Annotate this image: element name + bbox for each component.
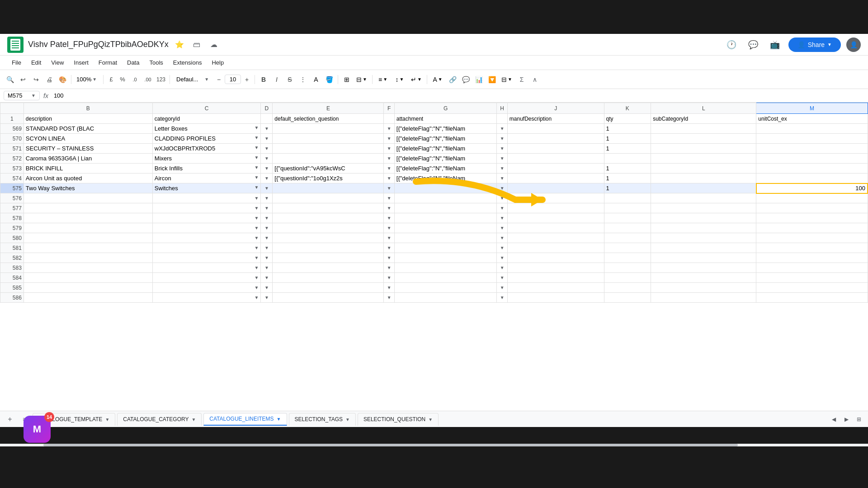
data-cell[interactable] (651, 233, 756, 243)
data-cell[interactable]: ▼ (497, 293, 507, 303)
data-cell[interactable]: ▼ (261, 213, 273, 223)
font-color-btn2[interactable]: A▼ (429, 73, 446, 86)
data-cell[interactable] (756, 263, 868, 273)
data-cell[interactable]: ▼ (261, 223, 273, 233)
present-icon[interactable]: 📺 (767, 37, 783, 53)
formula-input[interactable]: 100 (52, 91, 864, 100)
tab-nav-right[interactable]: ▶ (841, 414, 852, 425)
data-cell[interactable] (273, 253, 384, 263)
data-cell[interactable] (651, 164, 756, 174)
data-cell[interactable] (273, 223, 384, 233)
data-cell[interactable]: ▼ (384, 193, 394, 203)
data-cell[interactable] (651, 253, 756, 263)
data-cell[interactable] (651, 283, 756, 293)
data-cell[interactable]: ▼ (261, 154, 273, 164)
data-cell[interactable] (651, 183, 756, 193)
col-header-G[interactable]: G (394, 103, 497, 114)
data-cell[interactable]: ▼ (152, 273, 261, 283)
data-cell[interactable] (24, 293, 152, 303)
tab-catalogue-category-dropdown[interactable]: ▼ (191, 417, 196, 422)
data-cell[interactable]: ▼ (384, 144, 394, 154)
row-header[interactable]: 571 (0, 144, 24, 154)
data-cell[interactable] (507, 273, 604, 283)
data-cell[interactable] (273, 154, 384, 164)
data-cell[interactable]: [{"deleteFlag":"N","fileNam (394, 154, 497, 164)
data-cell[interactable]: Two Way Switches (24, 183, 152, 193)
paint-btn[interactable]: 🎨 (56, 73, 69, 86)
data-cell[interactable]: ▼ (497, 174, 507, 183)
data-cell[interactable] (604, 203, 651, 213)
table-row[interactable]: 571SECURITY – STAINLESSwXJdOCBPRtTXROD5▼… (0, 144, 868, 154)
row-header[interactable]: 570 (0, 134, 24, 144)
functions-btn[interactable]: Σ (515, 73, 528, 86)
data-cell[interactable] (394, 253, 497, 263)
row-header[interactable]: 573 (0, 164, 24, 174)
data-cell[interactable]: ▼ (261, 263, 273, 273)
table-row[interactable]: 573BRICK INFILLBrick Infills▼▼[{"questio… (0, 164, 868, 174)
menu-view[interactable]: View (47, 57, 68, 68)
font-selector[interactable]: Defaul... ▼ (172, 75, 213, 84)
zoom-selector[interactable]: 100% ▼ (74, 75, 101, 84)
data-cell[interactable] (273, 183, 384, 193)
data-cell[interactable]: 100 (756, 183, 868, 193)
data-cell[interactable] (394, 263, 497, 273)
data-cell[interactable]: ▼ (261, 134, 273, 144)
data-cell[interactable] (273, 134, 384, 144)
data-cell[interactable]: ▼ (384, 213, 394, 223)
filter-btn[interactable]: 🔽 (486, 73, 498, 86)
data-cell[interactable]: ▼ (497, 183, 507, 193)
data-cell[interactable]: Aircon Unit as quoted (24, 174, 152, 183)
data-cell[interactable]: ▼ (384, 154, 394, 164)
data-cell[interactable] (507, 253, 604, 263)
col-header-H[interactable]: H (497, 103, 507, 114)
col-header-J[interactable]: J (507, 103, 604, 114)
data-cell[interactable] (604, 263, 651, 273)
row-header[interactable]: 580 (0, 233, 24, 243)
filter-views-btn[interactable]: ⊟▼ (499, 73, 515, 86)
table-row[interactable]: 582▼▼▼▼ (0, 253, 868, 263)
font-increase-btn[interactable]: + (241, 73, 252, 86)
data-cell[interactable]: [{"questionId":"1o0g1Xz2s (273, 174, 384, 183)
data-cell[interactable] (756, 213, 868, 223)
tab-selection-question-dropdown[interactable]: ▼ (428, 417, 433, 422)
row-header[interactable]: 582 (0, 253, 24, 263)
undo-btn[interactable]: ↩ (17, 73, 29, 86)
data-cell[interactable] (756, 193, 868, 203)
merge-btn[interactable]: ⊟▼ (354, 73, 370, 86)
data-cell[interactable] (273, 193, 384, 203)
row-header[interactable]: 575 (0, 183, 24, 193)
tab-selection-question[interactable]: SELECTION_QUESTION ▼ (358, 413, 439, 426)
data-cell[interactable] (24, 273, 152, 283)
table-row[interactable]: 572Caroma 96353G6A | LianMixers▼▼▼[{"del… (0, 154, 868, 164)
data-cell[interactable]: ▼ (152, 213, 261, 223)
data-cell[interactable]: ▼ (497, 233, 507, 243)
row-header[interactable]: 572 (0, 154, 24, 164)
bold-btn[interactable]: B (257, 73, 270, 86)
chart-btn[interactable]: 📊 (472, 73, 485, 86)
tab-nav-left[interactable]: ◀ (828, 414, 839, 425)
avatar[interactable]: 👤 (846, 38, 861, 52)
data-cell[interactable] (507, 124, 604, 134)
data-cell[interactable] (273, 263, 384, 273)
table-row[interactable]: 581▼▼▼▼ (0, 243, 868, 253)
data-cell[interactable] (273, 283, 384, 293)
wrap-btn[interactable]: ↵▼ (408, 73, 425, 86)
data-cell[interactable] (507, 243, 604, 253)
h-align-btn[interactable]: ≡▼ (375, 73, 391, 86)
data-cell[interactable]: [{"deleteFlag":"N","fileNam (394, 174, 497, 183)
data-cell[interactable]: ▼ (152, 243, 261, 253)
data-cell[interactable] (394, 203, 497, 213)
data-cell[interactable] (507, 144, 604, 154)
row-header[interactable]: 569 (0, 124, 24, 134)
strikethrough-btn[interactable]: S (283, 73, 296, 86)
decimal-dec-btn[interactable]: .0 (128, 73, 141, 86)
data-cell[interactable]: ▼ (384, 174, 394, 183)
data-cell[interactable] (651, 154, 756, 164)
data-cell[interactable] (507, 134, 604, 144)
data-cell[interactable]: Caroma 96353G6A | Lian (24, 154, 152, 164)
more-formatting-btn[interactable]: ⋮ (297, 73, 309, 86)
data-cell[interactable] (507, 293, 604, 303)
redo-btn[interactable]: ↪ (30, 73, 42, 86)
data-cell[interactable]: BRICK INFILL (24, 164, 152, 174)
menu-tools[interactable]: Tools (145, 57, 167, 68)
